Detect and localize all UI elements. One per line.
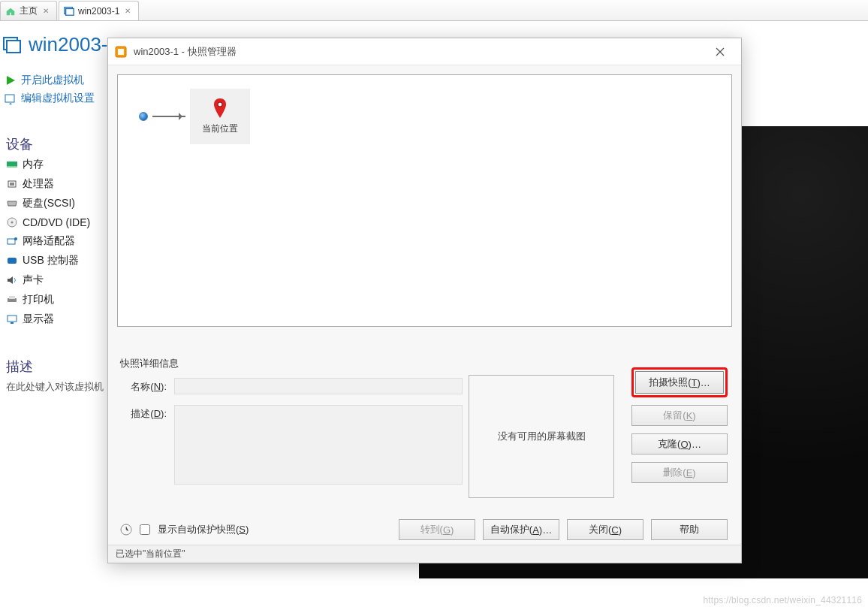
device-usb[interactable]: USB 控制器 [6, 254, 90, 267]
device-label: 显示器 [23, 313, 54, 326]
description-header: 描述 [6, 358, 33, 376]
play-icon [5, 74, 17, 86]
device-label: 内存 [23, 158, 44, 171]
name-input[interactable] [174, 378, 463, 394]
side-buttons: 拍摄快照(T)… 保留(K) 克隆(O)… 删除(E) [631, 367, 728, 483]
svg-rect-4 [5, 95, 14, 102]
devices-list: 内存 处理器 硬盘(SCSI) CD/DVD (IDE) 网络适配器 USB 控… [6, 158, 90, 326]
tab-strip: 主页 ✕ win2003-1 ✕ [0, 0, 868, 21]
app-icon [114, 45, 128, 59]
power-on-label: 开启此虚拟机 [21, 74, 84, 87]
vm-icon [64, 6, 74, 17]
printer-icon [6, 294, 18, 305]
current-location-node[interactable]: 当前位置 [190, 89, 250, 144]
svg-rect-10 [8, 239, 15, 244]
dialog-title: win2003-1 - 快照管理器 [134, 45, 237, 59]
current-location-label: 当前位置 [202, 122, 238, 135]
cpu-icon [6, 179, 18, 189]
name-row: 名称(N): [120, 378, 463, 394]
vm-actions: 开启此虚拟机 编辑虚拟机设置 [5, 74, 95, 105]
vm-title-row: win2003- [3, 33, 108, 56]
device-label: CD/DVD (IDE) [23, 216, 90, 228]
network-icon [6, 236, 18, 246]
pin-icon [212, 98, 228, 119]
description-textarea[interactable] [174, 405, 463, 485]
no-screenshot-label: 没有可用的屏幕截图 [498, 430, 586, 443]
settings-icon [5, 92, 17, 104]
device-label: 处理器 [23, 177, 54, 191]
tab-vm-label: win2003-1 [78, 6, 119, 17]
take-snapshot-button[interactable]: 拍摄快照(T)… [635, 371, 724, 394]
close-icon [716, 47, 725, 56]
display-icon [6, 314, 18, 325]
snapshot-manager-dialog: win2003-1 - 快照管理器 当前位置 快照详细信息 名称(N): [107, 38, 742, 563]
device-label: 打印机 [23, 293, 54, 307]
window-close-button[interactable] [705, 41, 735, 62]
close-button[interactable]: 关闭(C) [567, 519, 643, 540]
device-label: USB 控制器 [23, 254, 79, 267]
device-sound[interactable]: 声卡 [6, 273, 90, 287]
bottom-row: 显示自动保护快照(S) 转到(G) 自动保护(A)… 关闭(C) 帮助 [120, 519, 728, 540]
clock-icon [120, 524, 132, 536]
watermark: https://blog.csdn.net/weixin_44321116 [703, 595, 862, 605]
tab-home-label: 主页 [20, 5, 38, 17]
svg-rect-15 [8, 316, 17, 322]
edit-settings-label: 编辑虚拟机设置 [21, 92, 95, 105]
snapshot-details-label: 快照详细信息 [120, 357, 179, 370]
autoprotect-button[interactable]: 自动保护(A)… [483, 519, 559, 540]
clone-button[interactable]: 克隆(O)… [631, 433, 728, 454]
svg-point-19 [218, 102, 222, 107]
tab-vm[interactable]: win2003-1 ✕ [59, 1, 139, 20]
device-cpu[interactable]: 处理器 [6, 177, 90, 191]
home-icon [5, 6, 16, 17]
help-button[interactable]: 帮助 [651, 519, 728, 540]
svg-point-11 [14, 237, 17, 240]
svg-rect-1 [66, 8, 74, 15]
svg-point-9 [11, 222, 14, 224]
goto-button[interactable]: 转到(G) [399, 519, 475, 540]
screenshot-preview: 没有可用的屏幕截图 [469, 375, 614, 498]
svg-rect-3 [7, 41, 20, 53]
device-label: 声卡 [23, 273, 44, 287]
take-snapshot-highlight: 拍摄快照(T)… [631, 367, 728, 397]
snapshot-root-node[interactable]: 当前位置 [139, 89, 250, 144]
usb-icon [6, 255, 18, 266]
dialog-statusbar: 已选中"当前位置" [108, 545, 741, 563]
delete-button[interactable]: 删除(E) [631, 462, 728, 483]
cd-icon [6, 217, 18, 228]
vm-large-icon [3, 35, 23, 55]
sound-icon [6, 275, 18, 285]
show-autoprotect-label: 显示自动保护快照(S) [158, 523, 249, 536]
disk-icon [6, 198, 18, 209]
device-label: 硬盘(SCSI) [23, 197, 75, 210]
snapshot-tree[interactable]: 当前位置 [117, 74, 732, 327]
power-on-action[interactable]: 开启此虚拟机 [5, 74, 95, 87]
device-net[interactable]: 网络适配器 [6, 234, 90, 248]
description-label: 描述(D): [120, 405, 167, 421]
vm-title: win2003- [29, 33, 108, 56]
svg-rect-14 [9, 296, 15, 299]
description-row: 描述(D): [120, 405, 463, 485]
device-memory[interactable]: 内存 [6, 158, 90, 171]
memory-icon [6, 159, 18, 170]
edit-settings-action[interactable]: 编辑虚拟机设置 [5, 92, 95, 105]
root-dot-icon [139, 112, 148, 121]
arrow-icon [152, 116, 185, 117]
show-autoprotect-checkbox[interactable] [140, 524, 150, 535]
device-disk[interactable]: 硬盘(SCSI) [6, 197, 90, 210]
dialog-titlebar[interactable]: win2003-1 - 快照管理器 [108, 38, 741, 65]
name-label: 名称(N): [120, 378, 167, 394]
device-display[interactable]: 显示器 [6, 313, 90, 326]
close-icon[interactable]: ✕ [41, 7, 50, 15]
svg-rect-7 [10, 183, 14, 186]
close-icon[interactable]: ✕ [123, 7, 132, 15]
svg-rect-12 [8, 258, 17, 264]
svg-rect-16 [11, 322, 14, 324]
device-cd[interactable]: CD/DVD (IDE) [6, 216, 90, 228]
keep-button[interactable]: 保留(K) [631, 405, 728, 426]
tab-home[interactable]: 主页 ✕ [0, 1, 57, 20]
devices-header: 设备 [6, 135, 33, 153]
svg-rect-18 [118, 49, 124, 55]
device-printer[interactable]: 打印机 [6, 293, 90, 307]
device-label: 网络适配器 [23, 234, 75, 248]
